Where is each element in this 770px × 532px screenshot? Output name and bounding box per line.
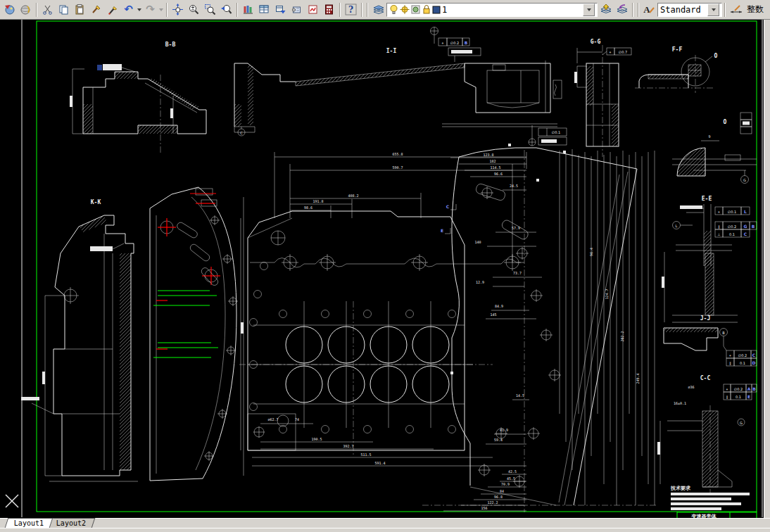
sheet-manager-button[interactable]: [289, 1, 305, 18]
layer-combo[interactable]: 1: [386, 3, 598, 17]
zoom-window-button[interactable]: [202, 1, 218, 18]
svg-text:∅0.1: ∅0.1: [552, 130, 560, 134]
plan-bolt-holes: [250, 231, 456, 433]
layer-on-icon: [389, 4, 398, 15]
svg-text:57.9: 57.9: [512, 226, 520, 230]
text-style-combo-arrow[interactable]: [707, 4, 719, 16]
svg-text:B-B: B-B: [165, 42, 176, 48]
markup-icon: [307, 4, 319, 15]
help-button[interactable]: ?: [343, 1, 359, 18]
undo-button[interactable]: ↶: [120, 1, 137, 18]
svg-text:∅0.2: ∅0.2: [734, 387, 743, 391]
zoom-realtime-button[interactable]: [186, 1, 202, 18]
object-properties-button[interactable]: [256, 1, 272, 18]
view-right: 123.8 182 114.5 96.6 24.5 57.9 140 73.7 …: [422, 144, 658, 512]
sheet-roll-icon: [291, 4, 303, 15]
svg-text:J-J: J-J: [700, 315, 710, 322]
view-plan: 655.8 590.7 408.2 191.8 98.6: [239, 152, 526, 466]
paste-icon: [74, 4, 86, 15]
svg-text:∅0.2: ∅0.2: [450, 41, 459, 45]
svg-text:B: B: [752, 386, 756, 391]
cut-button[interactable]: [39, 1, 56, 18]
svg-text:96.6: 96.6: [494, 172, 503, 176]
view-kk: K-K: [21, 199, 138, 481]
tab-layout1-label: Layout1: [14, 519, 44, 527]
svg-text:0.1: 0.1: [729, 232, 735, 236]
svg-text:0.1: 0.1: [736, 395, 741, 399]
view-jj: J-J B ⌖ ∅0.2 C ∥ 0.1 D: [664, 315, 757, 366]
layer-previous-button[interactable]: [614, 1, 630, 18]
svg-text:14.5: 14.5: [516, 393, 524, 398]
svg-text:591.4: 591.4: [374, 461, 385, 465]
properties-grid-icon: [258, 4, 270, 15]
designcenter-button[interactable]: [272, 1, 289, 18]
dropdown-arrow-icon: [587, 8, 591, 11]
zoom-previous-button[interactable]: [218, 1, 234, 18]
svg-text:408.2: 408.2: [348, 194, 358, 198]
svg-text:74: 74: [295, 417, 299, 422]
svg-text:A: A: [643, 4, 650, 15]
undo-dropdown[interactable]: [137, 8, 141, 11]
svg-text:K-K: K-K: [91, 199, 101, 205]
pan-button[interactable]: [170, 1, 186, 18]
tab-layout2-label: Layout2: [56, 519, 86, 527]
separator: [166, 3, 168, 17]
text-style-combo[interactable]: Standard: [657, 3, 722, 17]
match-properties-button[interactable]: [88, 1, 104, 18]
svg-text:B: B: [722, 331, 725, 335]
layout-frame: [22, 20, 762, 517]
make-object-layer-current-button[interactable]: [598, 1, 614, 18]
redo-dropdown[interactable]: [159, 8, 163, 11]
svg-text:84: 84: [500, 489, 504, 493]
svg-text:G: G: [744, 224, 747, 229]
layer-properties-button[interactable]: [240, 1, 256, 18]
status-bar: [0, 528, 770, 532]
svg-text:E-E: E-E: [702, 196, 712, 202]
layer-manager-button[interactable]: [370, 1, 386, 18]
separator: [36, 3, 37, 17]
svg-text:F-F: F-F: [672, 46, 683, 53]
publish-web-button[interactable]: [1, 1, 18, 18]
vertical-scrollbar[interactable]: [764, 20, 770, 518]
svg-text:511.5: 511.5: [360, 452, 371, 457]
front-bolt-holes: [204, 215, 238, 461]
dim-style-icon: [729, 4, 743, 15]
copy-button[interactable]: [56, 1, 72, 18]
tab-layout2[interactable]: Layout2: [47, 518, 96, 528]
svg-text:D: D: [752, 360, 756, 365]
hyperlink-button[interactable]: [18, 1, 34, 18]
pan-hand-icon: [172, 4, 184, 15]
layer-previous-icon: [616, 4, 629, 15]
zoom-realtime-icon: [188, 4, 200, 15]
text-style-value: Standard: [660, 5, 701, 15]
svg-text:145: 145: [490, 312, 496, 317]
tab-layout1[interactable]: Layout1: [5, 518, 53, 528]
svg-text:∥: ∥: [729, 361, 731, 366]
svg-text:B: B: [752, 224, 755, 229]
svg-text:L: L: [676, 224, 678, 228]
svg-text:156: 156: [481, 506, 487, 510]
main-toolbar: ↶ ↷ ? 1 A Standard 整数: [0, 0, 770, 20]
title-block: 变速器壳体: [677, 512, 757, 518]
calculator-button[interactable]: [321, 1, 337, 18]
drawing-canvas[interactable]: B-B I-I C: [0, 20, 764, 518]
undo-icon: ↶: [124, 4, 133, 15]
svg-text:⌖: ⌖: [726, 387, 728, 391]
svg-text:∅36: ∅36: [688, 385, 694, 389]
markup-button[interactable]: [305, 1, 321, 18]
text-style-button[interactable]: A: [641, 1, 657, 18]
zoom-window-icon: [204, 4, 216, 15]
layout-tab-bar: Layout1 Layout2: [0, 518, 770, 528]
svg-text:O: O: [714, 53, 718, 59]
layer-lock-icon: [422, 4, 431, 15]
dim-style-button[interactable]: [728, 1, 744, 18]
paste-button[interactable]: [72, 1, 88, 18]
layer-combo-arrow[interactable]: [583, 4, 595, 16]
edit-marker-button[interactable]: [104, 1, 120, 18]
redo-button[interactable]: ↷: [142, 1, 158, 18]
svg-text:⌖: ⌖: [610, 50, 612, 54]
svg-text:114.5: 114.5: [490, 165, 500, 170]
layer-color-swatch: [432, 6, 441, 14]
scissors-icon: [42, 4, 53, 15]
svg-text:∅0.2: ∅0.2: [728, 224, 736, 229]
